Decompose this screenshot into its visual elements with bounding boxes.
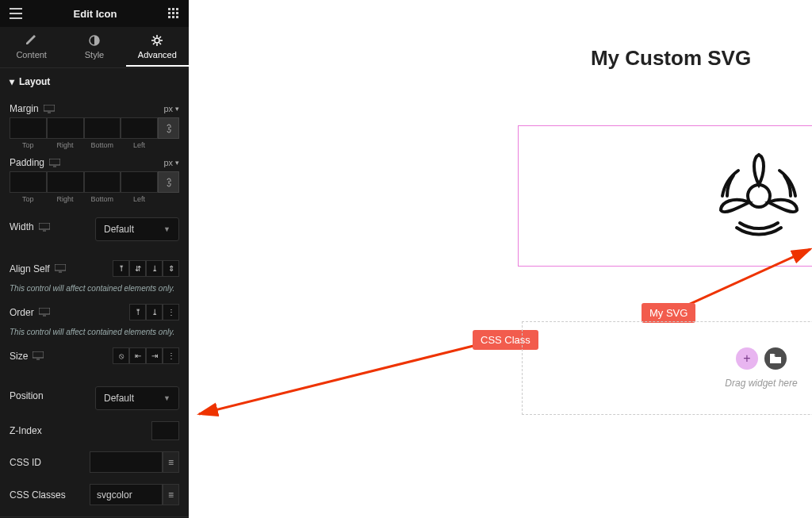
order-more-button[interactable]: ⋮ xyxy=(163,304,179,320)
size-none-button[interactable]: ⦸ xyxy=(113,347,129,364)
heading-widget[interactable]: My Custom SVG xyxy=(189,46,812,71)
section-layout: ▾ Layout Margin px▾ Top Right Bottom Lef… xyxy=(0,67,189,516)
cssid-input[interactable] xyxy=(90,451,163,473)
desktop-icon[interactable] xyxy=(49,159,60,167)
svg-rect-4 xyxy=(172,12,174,14)
margin-bottom-label: Bottom xyxy=(84,141,121,149)
align-self-label: Align Self xyxy=(10,263,50,274)
panel-tabs: Content Style Advanced xyxy=(0,27,189,67)
svg-rect-14 xyxy=(55,264,66,271)
padding-right-input[interactable] xyxy=(47,171,84,193)
cssclasses-label: CSS Classes xyxy=(10,489,66,501)
folder-icon xyxy=(770,354,781,363)
zindex-input[interactable] xyxy=(151,421,179,440)
dynamic-tags-icon[interactable]: ≡ xyxy=(163,484,179,505)
cssclasses-input[interactable] xyxy=(90,484,163,505)
align-end-button[interactable]: ⤓ xyxy=(146,260,163,277)
padding-bottom-label: Bottom xyxy=(84,195,121,203)
tab-content[interactable]: Content xyxy=(0,27,63,67)
svg-rect-5 xyxy=(176,12,178,14)
margin-right-label: Right xyxy=(47,141,84,149)
margin-label: Margin xyxy=(10,103,39,114)
tab-content-label: Content xyxy=(16,50,47,59)
padding-top-input[interactable] xyxy=(10,171,47,193)
section-layout-title: Layout xyxy=(19,76,50,87)
align-self-help: This control will affect contained eleme… xyxy=(10,283,179,294)
desktop-icon[interactable] xyxy=(39,223,50,232)
size-grow-button[interactable]: ⇤ xyxy=(129,347,146,364)
order-group: ⤒ ⤓ ⋮ xyxy=(129,304,179,320)
desktop-icon[interactable] xyxy=(44,105,55,113)
align-start-button[interactable]: ⤒ xyxy=(113,260,129,277)
padding-label: Padding xyxy=(10,157,44,168)
margin-unit[interactable]: px▾ xyxy=(163,104,179,113)
position-select[interactable]: Default▼ xyxy=(95,386,179,410)
width-label: Width xyxy=(10,221,34,232)
margin-left-label: Left xyxy=(121,141,158,149)
tab-advanced-label: Advanced xyxy=(138,50,177,59)
add-widget-button[interactable]: + xyxy=(736,347,758,370)
padding-right-label: Right xyxy=(47,195,84,203)
padding-unit[interactable]: px▾ xyxy=(163,158,179,167)
svg-point-10 xyxy=(155,38,159,43)
dynamic-tags-icon[interactable]: ≡ xyxy=(163,451,179,473)
desktop-icon[interactable] xyxy=(39,308,50,317)
chevron-down-icon: ▾ xyxy=(175,159,179,167)
margin-top-label: Top xyxy=(10,141,47,149)
placeholder-text: Drag widget here xyxy=(725,378,797,389)
size-label: Size xyxy=(10,351,28,362)
align-self-group: ⤒ ⇵ ⤓ ⇕ xyxy=(113,260,179,277)
link-values-icon[interactable] xyxy=(158,117,179,139)
icon-widget-selected[interactable] xyxy=(518,125,812,267)
align-stretch-button[interactable]: ⇕ xyxy=(163,260,179,277)
order-start-button[interactable]: ⤒ xyxy=(129,304,146,320)
zindex-label: Z-Index xyxy=(10,425,42,436)
desktop-icon[interactable] xyxy=(33,351,44,360)
svg-rect-3 xyxy=(168,12,170,14)
caret-down-icon: ▾ xyxy=(10,76,14,87)
svg-rect-13 xyxy=(39,223,50,229)
annotation-svg-tag: My SVG xyxy=(642,303,695,323)
panel-title: Edit Icon xyxy=(25,8,165,20)
margin-top-input[interactable] xyxy=(10,117,47,139)
size-more-button[interactable]: ⋮ xyxy=(163,347,179,364)
tab-advanced[interactable]: Advanced xyxy=(126,27,189,67)
template-library-button[interactable] xyxy=(764,347,787,370)
order-help: This control will affect contained eleme… xyxy=(10,327,179,338)
svg-line-19 xyxy=(199,346,473,414)
svg-rect-0 xyxy=(168,8,170,10)
order-label: Order xyxy=(10,307,34,318)
svg-rect-6 xyxy=(168,16,170,18)
menu-icon[interactable] xyxy=(6,5,25,22)
editor-canvas: + ⠿ × My Custom SVG My SVG xyxy=(189,0,812,518)
fan-svg-icon xyxy=(711,148,806,244)
link-values-icon[interactable] xyxy=(158,171,179,193)
margin-bottom-input[interactable] xyxy=(84,117,121,139)
empty-column-placeholder[interactable]: + Drag widget here xyxy=(522,321,812,415)
annotation-arrow xyxy=(194,343,477,419)
edit-panel: Edit Icon Content Style Advanced ▾ Layou… xyxy=(0,0,189,518)
width-select[interactable]: Default▼ xyxy=(95,217,179,241)
padding-left-input[interactable] xyxy=(121,171,158,193)
desktop-icon[interactable] xyxy=(55,264,66,273)
section-layout-toggle[interactable]: ▾ Layout xyxy=(0,68,189,95)
apps-icon[interactable] xyxy=(165,5,182,22)
caret-down-icon: ▼ xyxy=(163,394,170,402)
align-center-button[interactable]: ⇵ xyxy=(129,260,146,277)
tab-style[interactable]: Style xyxy=(63,27,125,67)
svg-rect-2 xyxy=(176,8,178,10)
order-end-button[interactable]: ⤓ xyxy=(146,304,163,320)
padding-bottom-input[interactable] xyxy=(84,171,121,193)
svg-rect-8 xyxy=(176,16,178,18)
margin-left-input[interactable] xyxy=(121,117,158,139)
padding-top-label: Top xyxy=(10,195,47,203)
svg-rect-11 xyxy=(44,105,55,111)
svg-rect-16 xyxy=(33,351,44,358)
padding-left-label: Left xyxy=(121,195,158,203)
size-shrink-button[interactable]: ⇥ xyxy=(146,347,163,364)
cssid-label: CSS ID xyxy=(10,457,41,468)
position-label: Position xyxy=(10,390,44,401)
margin-right-input[interactable] xyxy=(47,117,84,139)
chevron-down-icon: ▾ xyxy=(175,105,179,113)
size-group: ⦸ ⇤ ⇥ ⋮ xyxy=(113,347,179,364)
